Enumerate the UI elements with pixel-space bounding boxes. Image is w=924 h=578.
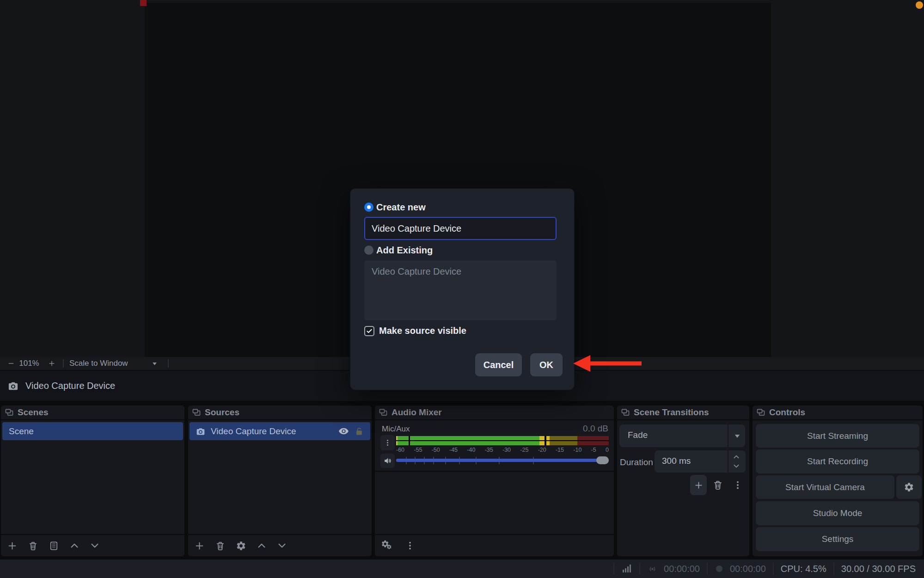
kebab-icon	[384, 439, 392, 447]
transition-menu-kebab-icon[interactable]	[733, 480, 743, 490]
create-source-dialog: Create new Video Capture Device Add Exis…	[350, 188, 575, 390]
gear-icon	[904, 482, 914, 492]
add-scene-button[interactable]	[7, 541, 18, 551]
advanced-audio-gears-icon[interactable]	[381, 540, 393, 552]
start-recording-button[interactable]: Start Recording	[756, 449, 919, 473]
start-streaming-button[interactable]: Start Streaming	[756, 424, 919, 448]
divider	[773, 563, 774, 575]
move-scene-down-button[interactable]	[90, 541, 100, 551]
scale-mode-label[interactable]: Scale to Window	[69, 359, 128, 368]
scale-mode-caret[interactable]	[149, 358, 160, 369]
fps-indicator: 30.00 / 30.00 FPS	[841, 564, 916, 574]
dock-icon	[379, 408, 388, 417]
move-source-up-button[interactable]	[257, 541, 267, 551]
zoom-level: 101%	[17, 359, 42, 368]
volume-slider-track[interactable]	[396, 459, 609, 462]
dock-icon	[5, 408, 14, 417]
create-new-radio[interactable]	[364, 203, 373, 212]
remove-source-button[interactable]	[215, 541, 226, 551]
record-timecode: 00:00:00	[730, 564, 766, 574]
existing-source-item[interactable]: Video Capture Device	[364, 260, 557, 283]
studio-mode-button[interactable]: Studio Mode	[756, 501, 919, 525]
caret-down-icon	[733, 432, 741, 440]
mute-button[interactable]	[380, 454, 395, 468]
scene-filters-button[interactable]	[49, 541, 59, 551]
source-list-item[interactable]: Video Capture Device	[190, 422, 370, 440]
make-source-visible-checkbox[interactable]	[364, 326, 374, 336]
plus-icon	[694, 480, 704, 490]
zoom-in-button[interactable]	[46, 358, 57, 369]
add-existing-label: Add Existing	[376, 245, 433, 256]
divider	[707, 563, 708, 575]
selected-source-name: Video Capture Device	[25, 381, 115, 391]
spin-down-icon[interactable]	[732, 462, 741, 470]
stream-status-icon	[647, 564, 658, 574]
volume-slider[interactable]	[396, 453, 609, 467]
duration-label: Duration	[620, 457, 653, 467]
obs-window: 101% Scale to Window Video Capture Devic…	[0, 0, 924, 578]
divider	[728, 424, 728, 447]
audio-mixer-toolbar	[375, 534, 614, 556]
sources-toolbar	[188, 534, 372, 556]
scenes-toolbar	[1, 534, 184, 556]
recording-indicator-dot	[916, 1, 923, 9]
ok-button[interactable]: OK	[530, 353, 563, 376]
add-source-button[interactable]	[194, 541, 205, 551]
record-status-icon	[715, 564, 724, 573]
mixer-menu-kebab-icon[interactable]	[405, 541, 415, 551]
scenes-panel: Scenes Scene	[1, 406, 184, 556]
virtual-camera-settings-button[interactable]	[896, 475, 922, 499]
move-source-down-button[interactable]	[277, 541, 287, 551]
sources-header[interactable]: Sources	[188, 406, 372, 420]
scene-transitions-header[interactable]: Scene Transitions	[617, 406, 749, 420]
check-icon	[366, 327, 373, 335]
camera-icon	[196, 427, 205, 436]
remove-scene-button[interactable]	[28, 541, 38, 551]
transition-select[interactable]: Fade	[619, 424, 745, 447]
scenes-header[interactable]: Scenes	[1, 406, 184, 420]
duration-spinbox[interactable]: 300 ms	[655, 450, 746, 473]
create-new-label: Create new	[376, 202, 426, 213]
divider	[168, 359, 169, 368]
visibility-eye-icon[interactable]	[338, 426, 349, 437]
controls-panel: Controls Start Streaming Start Recording…	[753, 406, 923, 556]
annotation-arrow	[571, 354, 645, 373]
divider	[833, 563, 834, 575]
existing-sources-list[interactable]: Video Capture Device	[364, 260, 557, 320]
move-scene-up-button[interactable]	[69, 541, 80, 551]
status-bar: 00:00:00 00:00:00 CPU: 4.5% 30.00 / 30.0…	[0, 559, 924, 578]
scene-transitions-panel: Scene Transitions Fade Duration 300 ms	[617, 406, 749, 556]
signal-bars-icon	[621, 563, 632, 574]
mixer-volume-db: 0.0 dB	[583, 424, 608, 434]
unlock-icon[interactable]	[355, 427, 364, 436]
dock-icon	[756, 408, 765, 417]
settings-button[interactable]: Settings	[756, 527, 919, 551]
selected-source-indicator: Video Capture Device	[8, 371, 115, 401]
cancel-button[interactable]: Cancel	[475, 353, 522, 376]
divider	[613, 563, 614, 575]
add-existing-radio[interactable]	[364, 246, 373, 255]
controls-header[interactable]: Controls	[753, 406, 923, 420]
zoom-out-button[interactable]	[6, 358, 17, 369]
selection-handle[interactable]	[140, 0, 147, 6]
source-properties-button[interactable]	[236, 541, 246, 551]
mixer-channel-name: Mic/Aux	[382, 424, 410, 434]
make-source-visible-label: Make source visible	[379, 326, 466, 336]
cpu-usage: CPU: 4.5%	[781, 564, 826, 574]
audio-mixer-header[interactable]: Audio Mixer	[375, 406, 614, 420]
spin-up-icon[interactable]	[732, 453, 741, 461]
source-name-input[interactable]: Video Capture Device	[364, 217, 557, 240]
stream-timecode: 00:00:00	[664, 564, 700, 574]
dock-icon	[621, 408, 630, 417]
remove-transition-button[interactable]	[712, 480, 723, 491]
mixer-channel-menu-button[interactable]	[380, 435, 395, 450]
dock-icon	[192, 408, 201, 417]
volume-slider-handle[interactable]	[596, 456, 609, 464]
start-virtual-camera-button[interactable]: Start Virtual Camera	[756, 475, 894, 499]
scene-list-item[interactable]: Scene	[2, 422, 183, 440]
camera-icon	[8, 381, 18, 391]
divider	[375, 471, 614, 472]
add-transition-button[interactable]	[690, 475, 707, 495]
speaker-icon	[383, 456, 392, 465]
volume-meter	[396, 436, 609, 445]
